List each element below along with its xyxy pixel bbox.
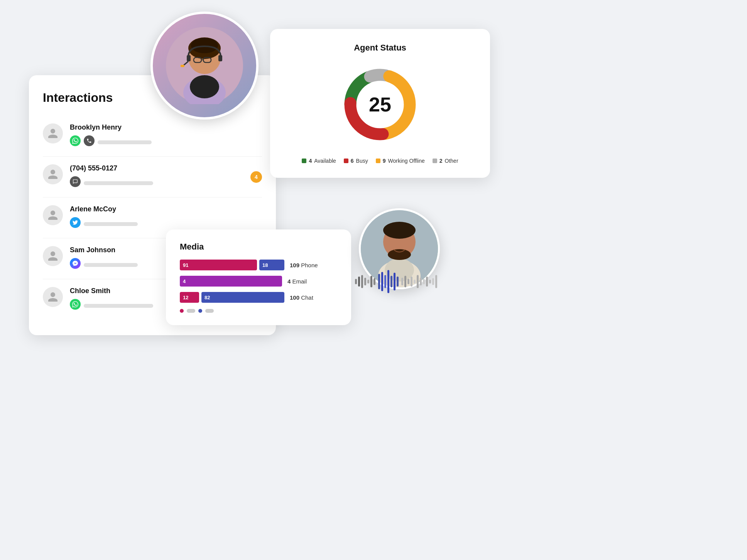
legend-count-other: 2 <box>439 158 443 164</box>
svg-rect-47 <box>429 280 431 283</box>
legend-count-available: 4 <box>309 158 312 164</box>
agent-status-card: Agent Status <box>270 29 490 178</box>
email-label: 4 Email <box>287 278 307 285</box>
svg-rect-14 <box>187 55 191 61</box>
pagination-dots <box>180 309 337 313</box>
legend-dot-busy <box>344 159 348 163</box>
svg-rect-49 <box>435 275 437 288</box>
legend-dot-available <box>302 159 306 163</box>
media-row-chat: 12 82 100 Chat <box>180 292 337 303</box>
interaction-info: Arlene McCoy <box>70 205 262 230</box>
chat-label: 100 Chat <box>290 294 313 301</box>
svg-rect-17 <box>181 65 184 67</box>
phone-channel-icon <box>84 135 95 146</box>
legend-item-offline: 9 Working Offline <box>376 158 425 164</box>
waveform-svg <box>355 268 455 295</box>
chat-bar-blue: 82 <box>201 292 284 303</box>
svg-rect-24 <box>355 279 357 284</box>
scene: Interactions Brooklyn Henry <box>0 0 747 560</box>
contact-name: Brooklyn Henry <box>70 123 262 132</box>
whatsapp-icon <box>70 299 81 310</box>
interaction-info: Brooklyn Henry <box>70 123 262 148</box>
svg-rect-32 <box>381 272 383 291</box>
phone-bar-pink: 91 <box>180 260 257 270</box>
avatar <box>43 205 63 225</box>
chat-bar-pink: 12 <box>180 292 199 303</box>
channel-icons <box>70 217 262 228</box>
legend-label-available: Available <box>314 158 336 164</box>
placeholder-bar <box>84 263 138 267</box>
legend-label-other: Other <box>445 158 458 164</box>
chat-count: 100 <box>290 294 299 301</box>
svg-rect-15 <box>218 55 222 61</box>
svg-rect-36 <box>394 273 395 290</box>
media-row-email: 4 4 Email <box>180 276 337 287</box>
legend-item-other: 2 Other <box>433 158 458 164</box>
svg-rect-33 <box>384 275 386 288</box>
placeholder-bar <box>84 304 153 308</box>
avatar <box>43 164 63 184</box>
svg-rect-40 <box>407 279 409 284</box>
svg-point-22 <box>383 222 416 239</box>
channel-icons <box>70 135 262 146</box>
legend-label-offline: Working Offline <box>388 158 425 164</box>
svg-rect-45 <box>423 279 425 284</box>
email-count: 4 <box>287 278 291 285</box>
legend: 4 Available 6 Busy 9 Working Offline 2 O… <box>286 158 475 164</box>
legend-dot-other <box>433 159 437 163</box>
placeholder-bar <box>84 181 153 185</box>
channel-icons <box>70 176 262 187</box>
svg-point-23 <box>388 249 411 260</box>
media-row-phone: 91 18 109 Phone <box>180 260 337 270</box>
woman-avatar-svg <box>166 27 243 104</box>
svg-rect-43 <box>417 275 419 288</box>
chat-icon <box>70 176 81 187</box>
legend-count-offline: 9 <box>383 158 386 164</box>
svg-rect-46 <box>426 277 428 287</box>
agent-photo-woman <box>150 12 259 120</box>
svg-rect-34 <box>387 270 389 293</box>
phone-label: 109 Phone <box>290 262 318 268</box>
placeholder-bar <box>98 140 152 144</box>
unread-badge: 4 <box>250 171 262 183</box>
svg-rect-38 <box>401 278 403 285</box>
svg-rect-48 <box>432 278 434 285</box>
donut-chart: 25 <box>338 62 423 147</box>
svg-rect-42 <box>414 280 416 283</box>
whatsapp-icon <box>70 135 81 146</box>
placeholder-bar <box>84 222 138 226</box>
svg-rect-39 <box>404 276 406 287</box>
svg-rect-44 <box>420 278 422 285</box>
interaction-info: (704) 555-0127 <box>70 164 262 189</box>
contact-name: Arlene McCoy <box>70 205 262 213</box>
dot-3[interactable] <box>198 309 202 313</box>
phone-bar-blue: 18 <box>259 260 284 270</box>
phone-count: 109 <box>290 262 299 268</box>
svg-rect-27 <box>364 278 366 285</box>
dot-4[interactable] <box>205 309 214 313</box>
legend-item-busy: 6 Busy <box>344 158 368 164</box>
list-item[interactable]: (704) 555-0127 4 <box>43 157 262 197</box>
contact-phone: (704) 555-0127 <box>70 164 262 172</box>
dot-1[interactable] <box>180 309 184 313</box>
svg-rect-30 <box>374 278 375 285</box>
audio-waveform <box>355 270 455 293</box>
avatar <box>43 123 63 143</box>
email-bar: 4 <box>180 276 282 287</box>
list-item[interactable]: Brooklyn Henry <box>43 116 262 157</box>
avatar <box>43 246 63 266</box>
avatar <box>43 287 63 307</box>
svg-rect-25 <box>358 277 360 287</box>
svg-rect-41 <box>411 277 412 287</box>
svg-point-7 <box>190 75 219 98</box>
legend-dot-offline <box>376 159 380 163</box>
media-card: Media 91 18 109 Phone 4 4 Email 12 82 10… <box>166 229 351 325</box>
media-title: Media <box>180 242 337 252</box>
messenger-icon <box>70 258 81 269</box>
svg-rect-26 <box>361 275 363 288</box>
svg-rect-35 <box>390 276 392 287</box>
dot-2[interactable] <box>187 309 195 313</box>
legend-count-busy: 6 <box>351 158 354 164</box>
svg-rect-31 <box>378 274 380 289</box>
twitter-icon <box>70 217 81 228</box>
